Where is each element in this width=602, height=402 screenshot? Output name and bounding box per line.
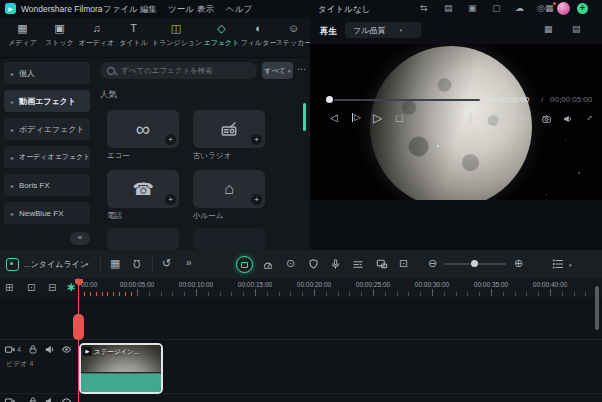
speaker-icon[interactable] [44,344,55,355]
avatar[interactable] [557,2,570,15]
tab-stickers[interactable]: ☺ステッカー [275,22,310,48]
workspace-icon[interactable] [6,258,19,271]
add-account-button[interactable]: + [577,3,588,14]
keyframe-box-icon[interactable]: ⊡ [399,258,408,269]
track-list-icon[interactable] [552,258,564,270]
menu-edit[interactable]: 編集 [140,4,157,16]
sidebar-item-audio-effects[interactable]: ▸ オーディオエフェクト [4,146,90,168]
menu-file[interactable]: ファイル [103,4,138,16]
quality-dropdown[interactable]: フル品質 ▾ [345,22,421,38]
cloud-upload-icon[interactable]: ☁ [515,3,524,13]
auto-captions-icon[interactable] [352,259,364,270]
tab-filters[interactable]: ◐フィルター [240,22,277,48]
lock-icon[interactable] [28,344,38,355]
effect-card-old-radio[interactable]: + [193,110,265,148]
sidebar-item-personal[interactable]: ▸ 個人 [4,62,90,84]
next-frame-button[interactable]: ▷ [352,113,361,122]
moon-video-frame [370,46,532,200]
transitions-icon: ◫ [152,22,200,36]
add-effect-button[interactable]: + [165,194,176,205]
mute-speaker-button[interactable] [562,114,573,124]
effect-card-partial[interactable] [107,228,179,250]
menu-tools[interactable]: ツール [168,4,194,16]
snapshot-icon[interactable]: ▢ [492,3,501,13]
seek-bar[interactable] [334,99,480,101]
save-icon[interactable]: ▣ [468,3,477,13]
menu-help[interactable]: ヘルプ [226,4,252,16]
tab-media[interactable]: ▦メディア [4,22,41,48]
effects-scrollbar[interactable] [303,103,306,131]
previous-frame-button[interactable]: ◁ [330,113,338,123]
snapshot-camera-button[interactable] [541,114,552,124]
eye-icon[interactable] [61,344,72,355]
mark-in-button[interactable]: { [449,113,452,123]
voiceover-mic-icon[interactable] [330,258,341,270]
tab-audio[interactable]: ♫オーディオ [78,22,115,48]
playhead-grip[interactable] [73,314,84,340]
effect-card-phone[interactable]: ☎ + [107,170,179,208]
timeline-ruler[interactable]: ⊞ ⊡ ⊟ ∗ 00:00 00:00:05:00 00:00:10:00 00… [0,278,602,298]
audio-stretch-icon[interactable]: ∗ [66,280,76,294]
timeline-clip[interactable]: ▶ ステージイン... [79,343,163,394]
zoom-slider-knob[interactable] [471,260,478,267]
lock-icon[interactable] [28,396,38,402]
more-options-button[interactable]: ⋯ [297,64,306,74]
notifications-icon[interactable]: ◎ [537,3,545,13]
link-clips-icon[interactable]: ⊡ [27,282,35,293]
sidebar-item-video-effects[interactable]: ▸ 動画エフェクト [4,90,90,112]
search-input[interactable] [119,65,243,76]
pip-icon[interactable] [376,258,388,270]
color-adjust-icon[interactable]: ▤ [572,24,581,34]
mask-shield-icon[interactable] [308,258,319,270]
filter-dropdown[interactable]: すべて ▾ [262,62,293,79]
tab-transitions[interactable]: ◫トランジション [152,22,200,48]
crop-button[interactable]: ▢ [490,113,499,123]
speaker-icon[interactable] [44,396,55,402]
ai-tool-button[interactable] [236,256,253,273]
filmora-logo-icon[interactable]: ▶ [5,3,16,14]
timeline-scrollbar[interactable] [595,286,599,330]
tab-effects[interactable]: ◇エフェクト [203,22,240,48]
render-preview-icon[interactable]: ⊟ [48,282,56,293]
chevron-down-icon[interactable]: ▾ [569,262,572,268]
add-effect-button[interactable]: + [251,134,262,145]
zoom-in-icon[interactable]: ⊕ [514,258,523,269]
effect-card-partial[interactable] [193,228,265,250]
effect-card-echo[interactable]: ∞ + [107,110,179,148]
effect-card-small-room[interactable]: ⌂ + [193,170,265,208]
play-button[interactable]: ▷ [373,112,382,124]
mark-out-button[interactable]: } [469,113,472,123]
display-mode-button[interactable]: ▭ [518,113,527,123]
mode-switch-icon[interactable]: ⇆ [420,3,428,13]
undo-icon[interactable]: ↺ [162,258,171,269]
menu-view[interactable]: 表示 [197,4,214,16]
manage-tracks-icon[interactable]: ▦ [110,258,120,269]
clip-audio-band [81,373,161,392]
sidebar-item-body-effects[interactable]: ▸ ボディエフェクト [4,118,90,140]
ruler-label: 00:00:05:00 [120,281,154,288]
chevron-down-icon[interactable]: ▾ [501,116,504,122]
tab-titles[interactable]: Tタイトル [115,22,152,48]
tab-stock[interactable]: ▣ストック [41,22,78,48]
workspace-layout-icon[interactable]: ▦ [545,3,554,13]
divider [152,257,153,271]
speed-ramp-icon[interactable] [262,259,274,270]
eye-icon[interactable] [61,396,72,402]
redo-more-icon[interactable]: » [186,258,192,268]
timeline-tab[interactable]: ...ンタイムライン [24,259,88,270]
record-icon[interactable]: ⊙ [286,258,295,269]
chevron-down-icon[interactable]: ▾ [86,261,89,267]
add-effect-button[interactable]: + [251,194,262,205]
stop-button[interactable]: □ [396,113,403,124]
sidebar-item-newblue-fx[interactable]: ▸ NewBlue FX [4,202,90,224]
filmora-app: ▶ Wondershare Filmora ファイル 編集 ツール 表示 ヘルプ… [0,0,602,402]
preview-layout-icon[interactable]: ▦ [544,24,553,34]
sidebar-item-boris-fx[interactable]: ▸ Boris FX [4,174,90,196]
export-file-icon[interactable]: ▤ [444,3,453,13]
seek-playhead[interactable] [326,96,333,103]
collapse-sidebar-button[interactable]: « [70,232,90,245]
magnet-snap-icon[interactable]: Ω [133,258,140,268]
zoom-out-icon[interactable]: ⊖ [428,258,437,269]
add-effect-button[interactable]: + [165,134,176,145]
add-marker-icon[interactable]: ⊞ [5,282,13,293]
